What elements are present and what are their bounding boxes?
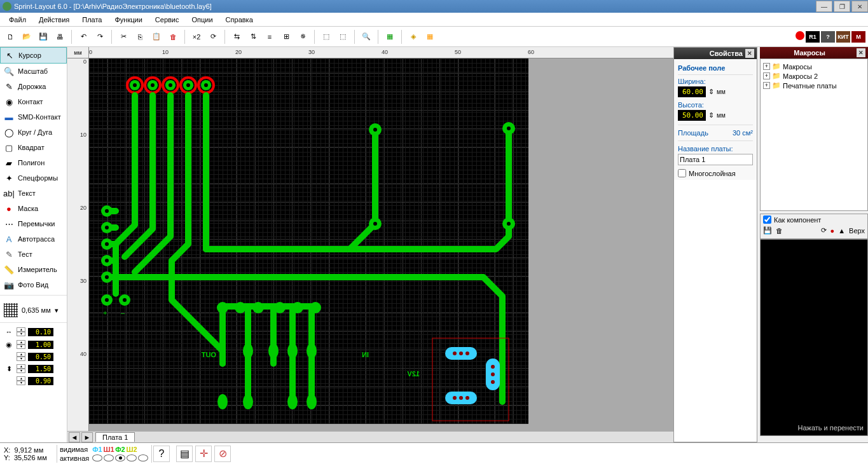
connections-button[interactable]: ✵ xyxy=(295,29,310,44)
menu-actions[interactable]: Действия xyxy=(32,15,76,25)
board-name-input[interactable] xyxy=(678,154,753,165)
library-button[interactable]: ▦ xyxy=(422,29,437,44)
tool-тест[interactable]: ✎Тест xyxy=(0,247,67,262)
save-button[interactable]: 💾 xyxy=(36,29,51,44)
tool-курсор[interactable]: ↖Курсор xyxy=(0,47,67,64)
tool-маска[interactable]: ●Маска xyxy=(0,201,67,216)
new-button[interactable]: 🗋 xyxy=(3,29,18,44)
close-button[interactable]: ✕ xyxy=(851,1,868,12)
properties-close-button[interactable]: ✕ xyxy=(745,49,754,58)
multilayer-checkbox[interactable]: Многослойная xyxy=(678,169,753,177)
tool-полигон[interactable]: ▰Полигон xyxy=(0,155,67,170)
stepper[interactable]: ▴▾ xyxy=(17,364,25,373)
tree-item[interactable]: +📁Печатные платы xyxy=(763,81,865,90)
duplicate-button[interactable]: ×2 xyxy=(189,29,204,44)
undo-button[interactable]: ↶ xyxy=(76,29,91,44)
tool-квадрат[interactable]: ▢Квадрат xyxy=(0,140,67,155)
mirror-v-button[interactable]: ⇅ xyxy=(245,29,261,44)
layer-radio[interactable] xyxy=(138,454,148,461)
layer-radio[interactable] xyxy=(115,454,125,461)
tool-спецформы[interactable]: ✦Спецформы xyxy=(0,170,67,186)
maximize-button[interactable]: ❐ xyxy=(834,1,850,12)
tool-автотрасса[interactable]: AАвтотрасса xyxy=(0,231,67,247)
tree-expand-icon[interactable]: + xyxy=(763,82,770,89)
open-button[interactable]: 📂 xyxy=(19,29,34,44)
redo-button[interactable]: ↷ xyxy=(92,29,107,44)
stepper[interactable]: ▴▾ xyxy=(17,352,25,361)
stepper[interactable]: ▴▾ xyxy=(17,340,25,349)
stepper-icon[interactable]: ⇕ xyxy=(708,111,714,119)
cut-button[interactable]: ✂ xyxy=(116,29,131,44)
layer-selector[interactable]: видимая Ф1Ш1Ф2Ш2К активная xyxy=(57,445,152,463)
info-button[interactable]: ◈ xyxy=(406,29,421,44)
tool-круг-дуга[interactable]: ◯Круг / Дуга xyxy=(0,125,67,140)
layer-radio[interactable] xyxy=(104,454,114,461)
group-button[interactable]: ⬚ xyxy=(319,29,334,44)
mirror-h-button[interactable]: ⇆ xyxy=(229,29,244,44)
macro-save-icon[interactable]: 💾 xyxy=(763,226,772,235)
via-outer-row[interactable]: ◉ ▴▾ 1.00 xyxy=(0,338,67,351)
badge-m[interactable]: M xyxy=(851,31,865,43)
menu-functions[interactable]: Функции xyxy=(108,15,148,25)
canvas-viewport[interactable]: OUT IN 12V + – xyxy=(89,58,673,431)
zoom-button[interactable]: 🔍 xyxy=(359,29,374,44)
pcb-board[interactable]: OUT IN 12V + – xyxy=(89,58,528,424)
tool-текст[interactable]: ab|Текст xyxy=(0,186,67,201)
height-value[interactable]: 50.00 xyxy=(678,110,706,121)
badge-kit[interactable]: КИТ xyxy=(836,31,850,43)
tool-smd-контакт[interactable]: ▬SMD-Контакт xyxy=(0,109,67,125)
stepper[interactable]: ▴▾ xyxy=(17,327,25,336)
minimize-button[interactable]: — xyxy=(816,1,832,12)
rotate-button[interactable]: ⟳ xyxy=(205,29,221,44)
paste-button[interactable]: 📋 xyxy=(149,29,164,44)
transparent-button[interactable]: ▦ xyxy=(382,29,397,44)
menu-service[interactable]: Сервис xyxy=(149,15,186,25)
copy-button[interactable]: ⎘ xyxy=(132,29,148,44)
menu-options[interactable]: Опции xyxy=(186,15,219,25)
macro-rotate-icon[interactable]: ⟳ xyxy=(821,226,827,235)
macros-close-button[interactable]: ✕ xyxy=(857,48,865,57)
tool-перемычки[interactable]: ⋯Перемычки xyxy=(0,216,67,231)
menu-file[interactable]: Файл xyxy=(3,15,32,25)
tool-фото-вид[interactable]: 📷Фото Вид xyxy=(0,277,67,292)
as-component-checkbox[interactable]: Как компонент xyxy=(763,215,865,224)
tree-expand-icon[interactable]: + xyxy=(763,63,770,70)
layer-radio[interactable] xyxy=(92,454,102,461)
snap-button[interactable]: ⊞ xyxy=(279,29,294,44)
tree-item[interactable]: +📁Макросы xyxy=(763,62,865,71)
tab-nav-left[interactable]: ◄ xyxy=(69,432,80,442)
status-origin-button[interactable]: ✛ xyxy=(195,446,212,462)
stepper[interactable]: ▴▾ xyxy=(17,376,25,385)
macros-tree[interactable]: +📁Макросы+📁Макросы 2+📁Печатные платы xyxy=(760,58,868,211)
tool-измеритель[interactable]: 📏Измеритель xyxy=(0,262,67,277)
tree-item[interactable]: +📁Макросы 2 xyxy=(763,71,865,81)
via-inner-row[interactable]: ▴▾ 0.50 xyxy=(0,351,67,362)
ungroup-button[interactable]: ⬚ xyxy=(335,29,350,44)
pad-inner-row[interactable]: ▴▾ 0.90 xyxy=(0,375,67,386)
status-layers-button[interactable]: ▤ xyxy=(176,446,193,462)
badge-help[interactable]: ? xyxy=(821,31,835,43)
grid-setting[interactable]: 0,635 мм ▾ xyxy=(0,301,67,320)
track-width-row[interactable]: ↔ ▴▾ 0.10 xyxy=(0,325,67,338)
badge-r1[interactable]: R1 xyxy=(806,31,820,43)
status-drc-button[interactable]: ⊘ xyxy=(214,446,231,462)
status-help-button[interactable]: ? xyxy=(153,446,170,462)
tree-expand-icon[interactable]: + xyxy=(763,72,770,79)
align-button[interactable]: ≡ xyxy=(262,29,277,44)
delete-button[interactable]: 🗑 xyxy=(165,29,181,44)
tool-масштаб[interactable]: 🔍Масштаб xyxy=(0,64,67,79)
board-tab-1[interactable]: Плата 1 xyxy=(95,432,135,442)
tool-контакт[interactable]: ◉Контакт xyxy=(0,94,67,109)
width-value[interactable]: 60.00 xyxy=(678,86,706,97)
macro-flip-icon[interactable]: ▲ xyxy=(838,227,845,235)
macro-delete-icon[interactable]: 🗑 xyxy=(776,227,783,235)
tab-nav-right[interactable]: ► xyxy=(81,432,93,442)
tool-дорожка[interactable]: ✎Дорожка xyxy=(0,79,67,94)
pad-outer-row[interactable]: ⬍ ▴▾ 1.50 xyxy=(0,362,67,375)
macro-record-icon[interactable]: ● xyxy=(830,227,835,235)
menu-help[interactable]: Справка xyxy=(219,15,259,25)
menu-board[interactable]: Плата xyxy=(76,15,108,25)
layer-radio[interactable] xyxy=(127,454,137,461)
stepper-icon[interactable]: ⇕ xyxy=(708,88,714,96)
print-button[interactable]: 🖶 xyxy=(52,29,67,44)
